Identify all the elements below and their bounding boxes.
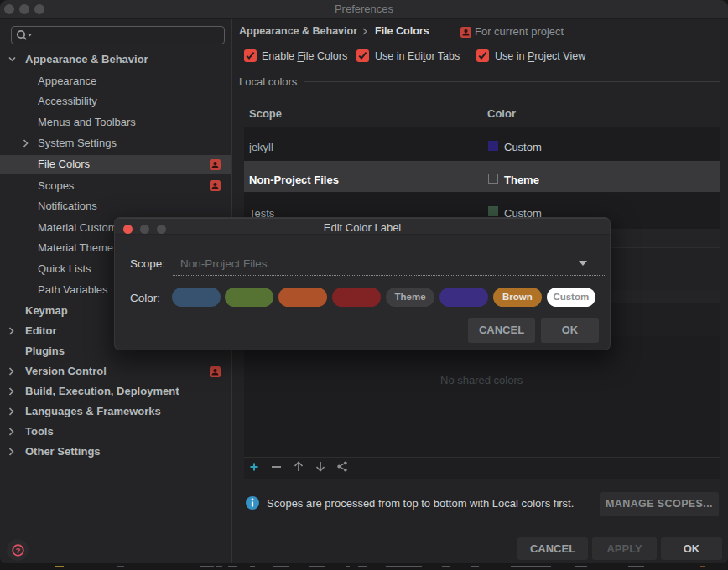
svg-text:?: ?: [16, 546, 21, 555]
